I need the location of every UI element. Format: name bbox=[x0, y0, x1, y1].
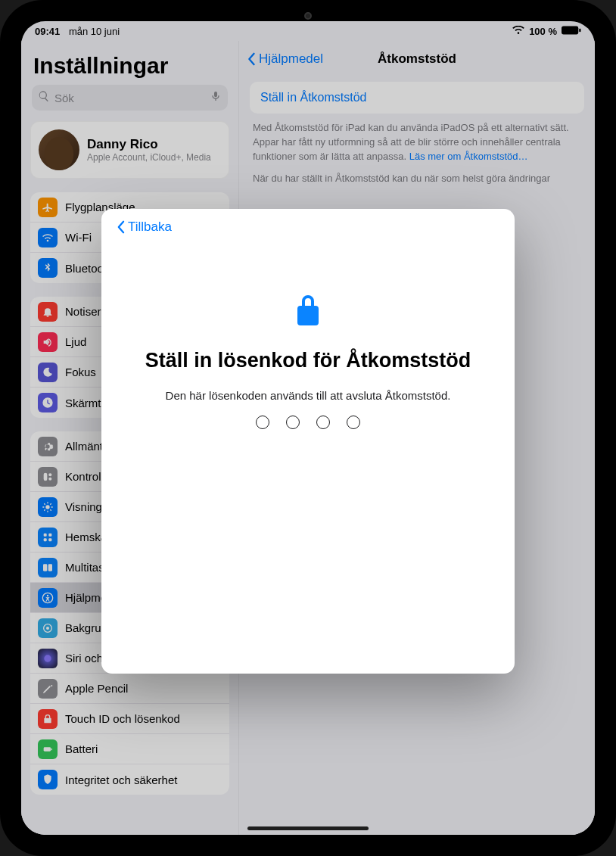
modal-subtitle: Den här lösenkoden används till att avsl… bbox=[166, 389, 451, 402]
lock-icon bbox=[293, 292, 323, 332]
front-camera bbox=[304, 12, 312, 20]
passcode-dot bbox=[256, 416, 269, 429]
passcode-modal: Tillbaka Ställ in lösenkod för Åtkomstst… bbox=[101, 209, 515, 674]
passcode-dot bbox=[347, 416, 360, 429]
passcode-dot bbox=[316, 416, 330, 429]
modal-back-button[interactable]: Tillbaka bbox=[117, 219, 499, 235]
home-indicator[interactable] bbox=[247, 826, 369, 830]
passcode-input[interactable] bbox=[256, 416, 360, 429]
modal-title: Ställ in lösenkod för Åtkomststöd bbox=[145, 348, 471, 372]
passcode-dot bbox=[286, 416, 300, 429]
modal-back-label: Tillbaka bbox=[128, 219, 172, 235]
